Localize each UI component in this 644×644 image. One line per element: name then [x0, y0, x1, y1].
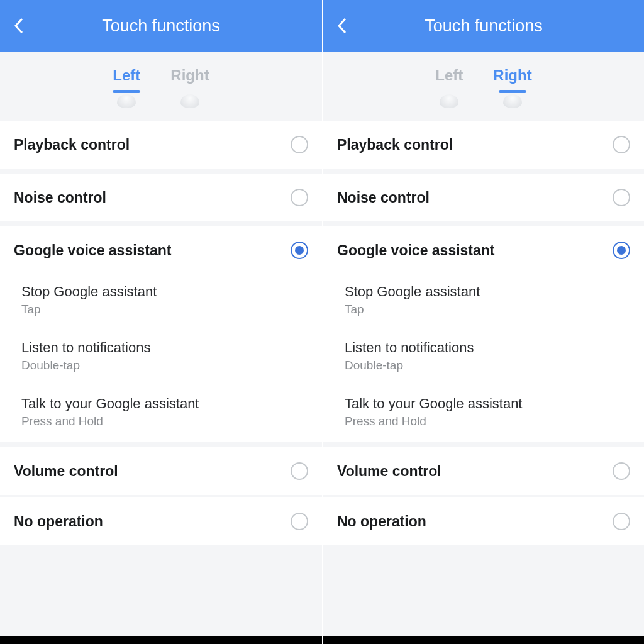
panel-left: Touch functions Left Right Playback cont…	[0, 0, 322, 644]
chevron-left-icon	[13, 17, 25, 35]
option-none[interactable]: No operation	[323, 497, 644, 545]
options-list: Playback control Noise control Google vo…	[323, 121, 644, 636]
header: Touch functions	[0, 0, 322, 52]
tab-left-label: Left	[435, 67, 463, 84]
sub-item-listen[interactable]: Listen to notifications Double-tap	[14, 328, 308, 384]
sub-item-title: Talk to your Google assistant	[21, 396, 308, 412]
option-label: Noise control	[337, 189, 430, 206]
radio-icon[interactable]	[613, 242, 630, 259]
sub-item-gesture: Double-tap	[345, 358, 630, 372]
radio-icon[interactable]	[291, 462, 308, 480]
option-volume[interactable]: Volume control	[0, 447, 322, 495]
option-label: Volume control	[337, 463, 441, 480]
bottom-bar	[0, 636, 322, 644]
radio-icon[interactable]	[613, 136, 630, 153]
option-assistant-section: Google voice assistant Stop Google assis…	[0, 226, 322, 442]
option-noise[interactable]: Noise control	[323, 174, 644, 221]
tab-right-label: Right	[170, 67, 209, 84]
earbud-right-icon	[503, 94, 522, 108]
sub-item-gesture: Tap	[21, 303, 308, 316]
page-title: Touch functions	[323, 16, 644, 36]
tab-left[interactable]: Left	[113, 67, 140, 93]
back-button[interactable]	[9, 16, 29, 36]
panel-right: Touch functions Left Right Playback cont…	[322, 0, 644, 644]
option-noise[interactable]: Noise control	[0, 174, 322, 221]
tab-left[interactable]: Left	[435, 67, 463, 93]
option-volume[interactable]: Volume control	[323, 447, 644, 495]
header: Touch functions	[323, 0, 644, 52]
option-none[interactable]: No operation	[0, 497, 322, 545]
tab-left-label: Left	[113, 67, 140, 84]
sub-item-gesture: Double-tap	[21, 358, 308, 372]
options-list: Playback control Noise control Google vo…	[0, 121, 322, 636]
radio-icon[interactable]	[291, 136, 308, 153]
tab-right[interactable]: Right	[493, 67, 531, 93]
sub-item-title: Talk to your Google assistant	[345, 396, 630, 412]
bottom-bar	[323, 636, 644, 644]
option-label: Noise control	[14, 189, 106, 206]
sub-item-gesture: Press and Hold	[345, 414, 630, 428]
option-label: Google voice assistant	[14, 242, 172, 259]
sub-item-title: Listen to notifications	[345, 340, 630, 356]
earbud-left-icon	[117, 94, 136, 108]
option-playback[interactable]: Playback control	[323, 121, 644, 169]
option-label: Google voice assistant	[337, 242, 495, 259]
earbud-left-icon	[440, 94, 458, 108]
sub-item-title: Stop Google assistant	[345, 284, 630, 300]
tab-right-label: Right	[493, 67, 531, 84]
radio-icon[interactable]	[291, 242, 308, 259]
page-title: Touch functions	[0, 16, 322, 36]
chevron-left-icon	[336, 17, 348, 35]
option-playback[interactable]: Playback control	[0, 121, 322, 169]
sub-item-listen[interactable]: Listen to notifications Double-tap	[337, 328, 630, 384]
sub-item-title: Stop Google assistant	[21, 284, 308, 300]
sub-item-title: Listen to notifications	[21, 340, 308, 356]
option-assistant[interactable]: Google voice assistant	[14, 226, 308, 272]
option-label: Volume control	[14, 463, 118, 480]
tabs: Left Right	[0, 52, 322, 121]
back-button[interactable]	[332, 16, 352, 36]
earbud-right-icon	[180, 94, 199, 108]
sub-item-talk[interactable]: Talk to your Google assistant Press and …	[337, 384, 630, 442]
sub-item-talk[interactable]: Talk to your Google assistant Press and …	[14, 384, 308, 442]
option-assistant-section: Google voice assistant Stop Google assis…	[323, 226, 644, 442]
option-label: Playback control	[337, 136, 453, 153]
option-assistant[interactable]: Google voice assistant	[337, 226, 630, 272]
radio-icon[interactable]	[613, 513, 630, 530]
radio-icon[interactable]	[613, 462, 630, 480]
sub-item-gesture: Tap	[345, 303, 630, 316]
radio-icon[interactable]	[613, 189, 630, 206]
radio-icon[interactable]	[291, 513, 308, 530]
option-label: Playback control	[14, 136, 130, 153]
option-label: No operation	[337, 513, 426, 530]
tab-right[interactable]: Right	[170, 67, 209, 93]
tabs: Left Right	[323, 52, 644, 121]
sub-item-stop[interactable]: Stop Google assistant Tap	[14, 272, 308, 328]
option-label: No operation	[14, 513, 103, 530]
radio-icon[interactable]	[291, 189, 308, 206]
sub-item-gesture: Press and Hold	[21, 414, 308, 428]
sub-item-stop[interactable]: Stop Google assistant Tap	[337, 272, 630, 328]
